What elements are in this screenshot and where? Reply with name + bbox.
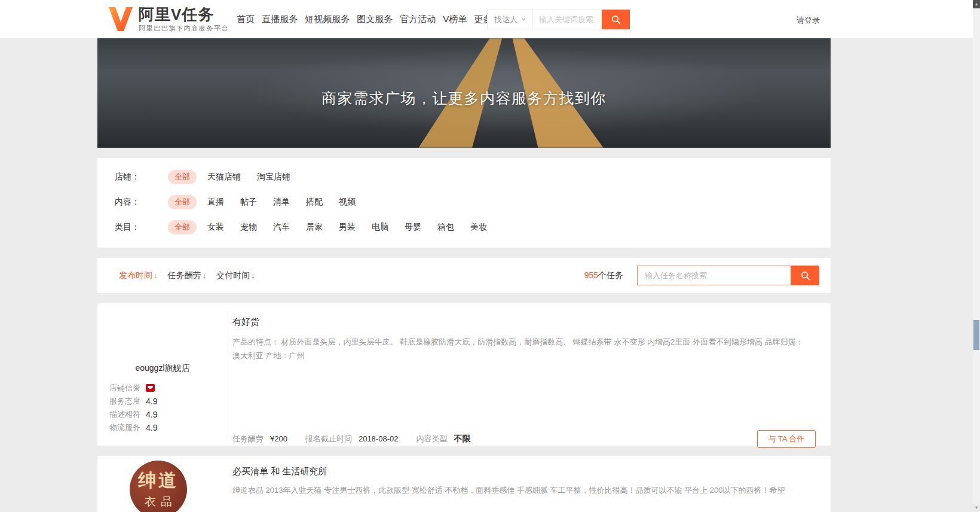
filter-option[interactable]: 清单 (273, 197, 290, 208)
task-content-type: 内容类型不限 (416, 434, 470, 444)
filter-option[interactable]: 居家 (306, 222, 323, 233)
filter-option[interactable]: 直播 (207, 197, 224, 208)
chevron-down-icon: ∨ (521, 17, 526, 23)
task-reward: 任务酬劳¥200 (232, 434, 287, 444)
scroll-down-arrow-icon[interactable]: ▼ (973, 504, 980, 512)
filter-option[interactable]: 视频 (339, 197, 356, 208)
filter-option[interactable]: 天猫店铺 (207, 172, 241, 182)
filter-option-all[interactable]: 全部 (168, 170, 197, 184)
logo-title: 阿里V任务 (139, 6, 229, 23)
scroll-up-arrow-icon[interactable]: ▲ (973, 0, 980, 8)
nav-item[interactable]: 首页 (237, 14, 255, 25)
login-link[interactable]: 请登录 (797, 15, 820, 26)
filter-option[interactable]: 汽车 (273, 222, 290, 233)
nav-item[interactable]: V榜单 (443, 14, 467, 25)
store-reputation: 店铺信誉 (109, 382, 157, 394)
hero-banner: 商家需求广场，让更多内容服务方找到你 (97, 38, 831, 148)
search-category-dropdown[interactable]: 找达人 ∨ (488, 10, 533, 29)
filter-panel: 店铺： 全部 天猫店铺淘宝店铺 内容： 全部 直播帖子清单搭配视频 类目： 全部… (97, 158, 831, 248)
arrow-down-icon: ↓ (203, 271, 207, 280)
sort-option-reward[interactable]: 任务酬劳↓ (168, 270, 207, 281)
filter-option-all[interactable]: 全部 (168, 195, 197, 209)
search-icon (800, 270, 811, 281)
header-search-input[interactable] (533, 10, 602, 29)
hero-title: 商家需求广场，让更多内容服务方找到你 (97, 89, 831, 108)
task-count: 955个任务 (584, 270, 623, 281)
sort-bar: 发布时间↓ 任务酬劳↓ 交付时间↓ 955个任务 (97, 258, 831, 293)
scrollbar[interactable]: ▲ ▼ (973, 0, 980, 512)
filter-option[interactable]: 搭配 (306, 197, 323, 208)
task-deadline: 报名截止时间2018-08-02 (305, 434, 399, 444)
page: 阿里V任务 阿里巴巴旗下内容服务平台 首页直播服务短视频服务图文服务官方活动V榜… (0, 0, 980, 512)
task-card: 绅道 衣品 必买清单 和 生活研究所 绅道衣品 2013年入驻天猫 专注男士西裤… (97, 456, 831, 512)
nav-item[interactable]: 图文服务 (357, 14, 393, 25)
store-metric: 物流服务 4.9 (109, 421, 157, 434)
logo-subtitle: 阿里巴巴旗下内容服务平台 (139, 24, 229, 33)
filter-option[interactable]: 宠物 (240, 222, 257, 233)
store-avatar: 绅道 衣品 (130, 461, 187, 512)
v-logo-icon (108, 6, 134, 32)
cooperate-button[interactable]: 与 TA 合作 (757, 430, 816, 448)
filter-option-all[interactable]: 全部 (168, 220, 197, 234)
arrow-down-icon: ↓ (251, 271, 255, 280)
divider (228, 312, 228, 437)
scrollbar-thumb[interactable] (973, 320, 979, 350)
filter-label: 店铺： (115, 172, 168, 182)
tmall-badge-icon (146, 384, 155, 392)
nav-item[interactable]: 短视频服务 (305, 14, 350, 25)
filter-row-shop: 店铺： 全部 天猫店铺淘宝店铺 (97, 164, 831, 190)
task-card: eouggzl旗舰店 店铺信誉 服务态度 4.9 描述相符 4.9 物流服务 4… (97, 303, 831, 446)
task-search (637, 266, 819, 285)
arrow-down-icon: ↓ (154, 271, 158, 280)
task-search-button[interactable] (791, 266, 819, 285)
main-nav: 首页直播服务短视频服务图文服务官方活动V榜单 更多∨ (237, 14, 498, 25)
store-metric: 服务态度 4.9 (109, 395, 157, 407)
brand-logo[interactable]: 阿里V任务 阿里巴巴旗下内容服务平台 (108, 6, 229, 33)
task-title[interactable]: 有好货 (232, 316, 259, 328)
nav-item[interactable]: 直播服务 (262, 14, 298, 25)
filter-option[interactable]: 箱包 (437, 222, 454, 233)
task-search-input[interactable] (637, 266, 791, 285)
store-metric: 描述相符 4.9 (109, 408, 157, 420)
filter-option[interactable]: 电脑 (372, 222, 388, 233)
filter-row-content: 内容： 全部 直播帖子清单搭配视频 (97, 190, 831, 215)
filter-option[interactable]: 美妆 (470, 222, 487, 233)
search-icon (611, 14, 621, 25)
task-title[interactable]: 必买清单 和 生活研究所 (232, 466, 327, 477)
filter-label: 类目： (115, 222, 168, 233)
filter-label: 内容： (115, 197, 168, 208)
header-search: 找达人 ∨ (487, 10, 630, 29)
task-description: 产品的特点： 材质外面是头层，内里头层牛皮。 鞋底是橡胶防滑大底，防滑指数高，耐… (232, 335, 805, 362)
store-name: eouggzl旗舰店 (97, 363, 228, 374)
filter-option[interactable]: 淘宝店铺 (257, 172, 290, 182)
task-description: 绅道衣品 2013年入驻天猫 专注男士西裤，此款版型 宽松舒适 不勒档，面料垂感… (232, 483, 805, 497)
filter-row-category: 类目： 全部 女装宠物汽车居家男装电脑母婴箱包美妆 (97, 215, 831, 240)
filter-option[interactable]: 男装 (339, 222, 356, 233)
sort-option-delivery-time[interactable]: 交付时间↓ (216, 270, 255, 281)
sort-option-publish-time[interactable]: 发布时间↓ (119, 270, 158, 281)
top-navbar: 阿里V任务 阿里巴巴旗下内容服务平台 首页直播服务短视频服务图文服务官方活动V榜… (0, 0, 980, 38)
filter-option[interactable]: 帖子 (240, 197, 257, 208)
filter-option[interactable]: 女装 (207, 222, 224, 233)
header-search-button[interactable] (602, 10, 630, 29)
nav-item[interactable]: 官方活动 (400, 14, 436, 25)
filter-option[interactable]: 母婴 (405, 222, 421, 233)
